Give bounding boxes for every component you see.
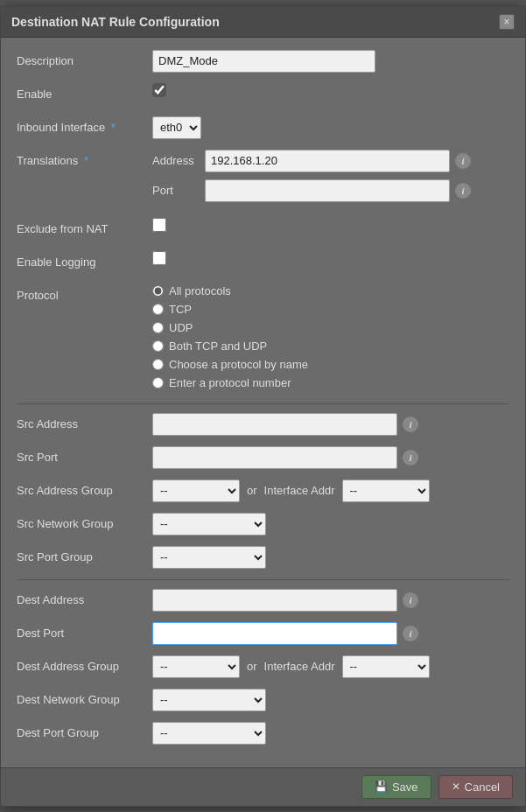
dest-address-group-control: -- or Interface Addr --	[152, 655, 509, 678]
dest-port-row: Dest Port i	[17, 622, 509, 647]
src-interface-addr-select[interactable]: --	[342, 480, 430, 502]
translations-group: Address i Port i	[152, 150, 509, 209]
translations-required-star: *	[81, 154, 88, 167]
inbound-interface-select[interactable]: eth0 eth1 eth2	[152, 116, 201, 139]
dest-address-group-inner: -- or Interface Addr --	[152, 655, 430, 678]
dialog-title: Destination NAT Rule Configuration	[11, 15, 220, 29]
dest-port-group-select[interactable]: --	[152, 722, 266, 745]
dest-port-group-row: Dest Port Group --	[17, 722, 509, 746]
exclude-nat-label: Exclude from NAT	[17, 218, 152, 235]
src-port-input[interactable]	[152, 446, 397, 469]
enable-logging-control	[152, 251, 509, 265]
close-button[interactable]: ×	[499, 14, 515, 30]
dest-address-input[interactable]	[152, 589, 397, 612]
src-address-group-select[interactable]: --	[152, 480, 240, 502]
dialog-body: Description Enable Inbound Interface * e…	[1, 38, 525, 767]
save-icon: 💾	[375, 780, 388, 793]
dest-address-control: i	[152, 589, 509, 612]
src-address-row: Src Address i	[17, 413, 509, 438]
src-network-group-row: Src Network Group --	[17, 513, 509, 537]
divider-2	[17, 579, 509, 580]
enable-control	[152, 83, 509, 97]
dest-interface-addr-label: Interface Addr	[264, 660, 335, 673]
dest-address-row: Dest Address i	[17, 589, 509, 613]
protocol-name-row: Choose a protocol by name	[152, 358, 509, 371]
protocol-all-label: All protocols	[169, 284, 231, 298]
src-address-label: Src Address	[17, 413, 152, 430]
description-input[interactable]	[152, 50, 375, 73]
src-port-group-row: Src Port Group --	[17, 546, 509, 570]
exclude-nat-checkbox[interactable]	[152, 218, 166, 232]
protocol-both-radio[interactable]	[152, 340, 164, 352]
src-network-group-select[interactable]: --	[152, 513, 266, 536]
dest-network-group-label: Dest Network Group	[17, 689, 152, 706]
protocol-num-row: Enter a protocol number	[152, 376, 509, 389]
src-port-control: i	[152, 446, 509, 469]
src-address-group-label: Src Address Group	[17, 480, 152, 497]
dest-address-group-select[interactable]: --	[152, 655, 240, 678]
enable-checkbox[interactable]	[152, 83, 166, 97]
dest-address-group-label: Dest Address Group	[17, 655, 152, 673]
src-address-group-or: or	[247, 484, 257, 497]
protocol-udp-label: UDP	[169, 321, 193, 334]
save-button[interactable]: 💾 Save	[361, 775, 431, 799]
dialog-footer: 💾 Save ✕ Cancel	[1, 767, 525, 806]
src-port-group-control: --	[152, 546, 509, 569]
translations-port-label: Port	[152, 184, 205, 197]
translations-label: Translations *	[17, 150, 152, 167]
dest-port-label: Dest Port	[17, 622, 152, 640]
dialog-container: Destination NAT Rule Configuration × Des…	[0, 6, 526, 807]
protocol-radio-group: All protocols TCP UDP Both TCP and UDP C…	[152, 284, 509, 395]
src-address-group-inner: -- or Interface Addr --	[152, 480, 430, 502]
src-network-group-control: --	[152, 513, 509, 536]
dest-address-info-icon: i	[403, 592, 418, 608]
save-label: Save	[392, 780, 418, 794]
dest-address-group-row: Dest Address Group -- or Interface Addr …	[17, 655, 509, 680]
enable-logging-checkbox[interactable]	[152, 251, 166, 265]
src-address-group-row: Src Address Group -- or Interface Addr -…	[17, 480, 509, 504]
description-row: Description	[17, 50, 509, 74]
src-address-input[interactable]	[152, 413, 397, 436]
dest-address-label: Dest Address	[17, 589, 152, 606]
dest-address-group-or: or	[247, 660, 257, 673]
title-bar: Destination NAT Rule Configuration ×	[1, 7, 525, 38]
dest-port-group-label: Dest Port Group	[17, 722, 152, 739]
cancel-label: Cancel	[465, 780, 500, 794]
src-port-label: Src Port	[17, 446, 152, 464]
dest-port-control: i	[152, 622, 509, 645]
translations-port-row: Port i	[152, 179, 509, 202]
inbound-interface-row: Inbound Interface * eth0 eth1 eth2	[17, 116, 509, 141]
protocol-label: Protocol	[17, 284, 152, 302]
protocol-tcp-radio[interactable]	[152, 304, 164, 315]
protocol-all-row: All protocols	[152, 284, 509, 298]
translations-port-info-icon: i	[455, 183, 471, 199]
dest-interface-addr-select[interactable]: --	[342, 655, 430, 678]
inbound-interface-control: eth0 eth1 eth2	[152, 116, 509, 139]
dest-port-group-control: --	[152, 722, 509, 745]
src-interface-addr-label: Interface Addr	[264, 484, 335, 497]
translations-address-input[interactable]	[205, 150, 450, 172]
protocol-all-radio[interactable]	[152, 285, 164, 297]
dest-port-input[interactable]	[152, 622, 397, 645]
translations-address-info-icon: i	[455, 153, 471, 169]
translations-port-input[interactable]	[205, 179, 450, 202]
cancel-button[interactable]: ✕ Cancel	[438, 775, 513, 799]
dest-network-group-select[interactable]: --	[152, 689, 266, 711]
protocol-tcp-row: TCP	[152, 303, 509, 316]
translations-address-label: Address	[152, 154, 205, 167]
protocol-name-radio[interactable]	[152, 359, 164, 370]
divider-1	[17, 403, 509, 404]
protocol-udp-radio[interactable]	[152, 322, 164, 333]
enable-label: Enable	[17, 83, 152, 101]
description-control	[152, 50, 509, 73]
src-address-group-control: -- or Interface Addr --	[152, 480, 509, 502]
src-port-group-select[interactable]: --	[152, 546, 266, 569]
exclude-nat-control	[152, 218, 509, 232]
translations-row: Translations * Address i Port i	[17, 150, 509, 209]
protocol-name-label: Choose a protocol by name	[169, 358, 308, 371]
src-port-info-icon: i	[403, 450, 418, 466]
protocol-num-radio[interactable]	[152, 377, 164, 388]
protocol-udp-row: UDP	[152, 321, 509, 334]
enable-logging-row: Enable Logging	[17, 251, 509, 276]
dest-port-info-icon: i	[403, 626, 418, 641]
